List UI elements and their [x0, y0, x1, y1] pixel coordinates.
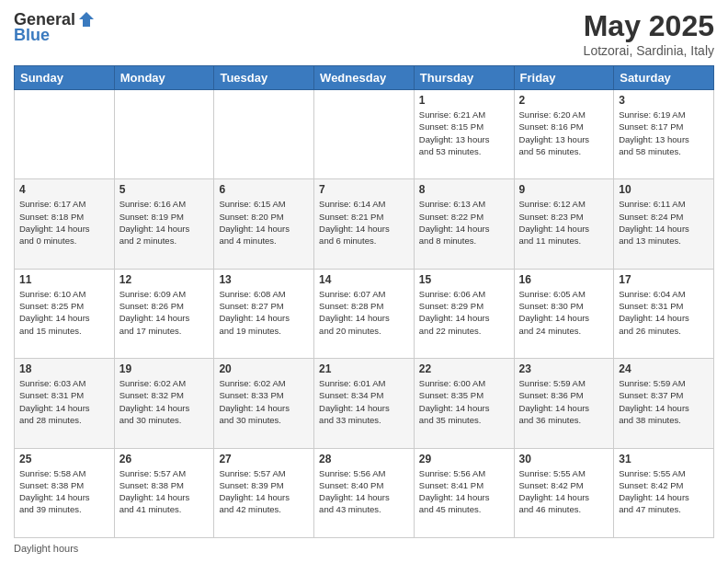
- weekday-header-saturday: Saturday: [614, 66, 714, 90]
- day-number: 3: [619, 94, 709, 107]
- day-info: Sunrise: 5:55 AM Sunset: 8:42 PM Dayligh…: [619, 467, 709, 516]
- day-number: 16: [519, 273, 609, 286]
- day-info: Sunrise: 6:13 AM Sunset: 8:22 PM Dayligh…: [419, 198, 509, 247]
- calendar-cell-1-6: 2Sunrise: 6:20 AM Sunset: 8:16 PM Daylig…: [514, 90, 614, 179]
- calendar-table: SundayMondayTuesdayWednesdayThursdayFrid…: [14, 65, 714, 538]
- day-number: 22: [419, 362, 509, 375]
- calendar-cell-2-1: 4Sunrise: 6:17 AM Sunset: 8:18 PM Daylig…: [15, 179, 115, 269]
- day-number: 12: [119, 273, 210, 286]
- day-info: Sunrise: 6:00 AM Sunset: 8:35 PM Dayligh…: [419, 377, 509, 426]
- footer: Daylight hours: [14, 543, 714, 554]
- calendar-cell-5-4: 28Sunrise: 5:56 AM Sunset: 8:40 PM Dayli…: [314, 448, 415, 537]
- day-info: Sunrise: 6:16 AM Sunset: 8:19 PM Dayligh…: [119, 198, 210, 247]
- day-info: Sunrise: 5:59 AM Sunset: 8:36 PM Dayligh…: [519, 377, 609, 426]
- calendar-cell-1-7: 3Sunrise: 6:19 AM Sunset: 8:17 PM Daylig…: [614, 90, 714, 179]
- day-number: 25: [19, 453, 109, 465]
- calendar-cell-2-7: 10Sunrise: 6:11 AM Sunset: 8:24 PM Dayli…: [614, 179, 714, 269]
- calendar-cell-3-7: 17Sunrise: 6:04 AM Sunset: 8:31 PM Dayli…: [614, 269, 714, 358]
- day-info: Sunrise: 6:06 AM Sunset: 8:29 PM Dayligh…: [419, 288, 509, 337]
- day-number: 24: [619, 362, 709, 375]
- calendar-cell-4-4: 21Sunrise: 6:01 AM Sunset: 8:34 PM Dayli…: [314, 359, 415, 448]
- calendar-cell-4-2: 19Sunrise: 6:02 AM Sunset: 8:32 PM Dayli…: [114, 359, 214, 448]
- day-info: Sunrise: 5:59 AM Sunset: 8:37 PM Dayligh…: [619, 377, 709, 426]
- day-number: 21: [319, 362, 409, 375]
- calendar-cell-5-7: 31Sunrise: 5:55 AM Sunset: 8:42 PM Dayli…: [614, 448, 714, 537]
- day-info: Sunrise: 6:10 AM Sunset: 8:25 PM Dayligh…: [19, 288, 109, 337]
- calendar-cell-1-3: [214, 90, 314, 179]
- day-number: 2: [519, 94, 609, 107]
- day-number: 11: [19, 273, 109, 286]
- weekday-header-monday: Monday: [114, 66, 214, 90]
- day-info: Sunrise: 6:02 AM Sunset: 8:32 PM Dayligh…: [119, 377, 210, 426]
- calendar-cell-3-6: 16Sunrise: 6:05 AM Sunset: 8:30 PM Dayli…: [514, 269, 614, 358]
- calendar-cell-2-3: 6Sunrise: 6:15 AM Sunset: 8:20 PM Daylig…: [214, 179, 314, 269]
- calendar-cell-3-2: 12Sunrise: 6:09 AM Sunset: 8:26 PM Dayli…: [114, 269, 214, 358]
- day-info: Sunrise: 5:57 AM Sunset: 8:39 PM Dayligh…: [219, 467, 309, 516]
- page: General Blue May 2025 Lotzorai, Sardinia…: [0, 0, 728, 563]
- day-number: 10: [619, 183, 709, 196]
- day-number: 20: [219, 362, 309, 375]
- day-number: 26: [119, 453, 210, 465]
- calendar-cell-1-2: [114, 90, 214, 179]
- title-location: Lotzorai, Sardinia, Italy: [584, 43, 714, 58]
- day-number: 15: [419, 273, 509, 286]
- day-info: Sunrise: 6:15 AM Sunset: 8:20 PM Dayligh…: [219, 198, 309, 247]
- day-number: 31: [619, 453, 709, 465]
- day-info: Sunrise: 6:09 AM Sunset: 8:26 PM Dayligh…: [119, 288, 210, 337]
- weekday-header-row: SundayMondayTuesdayWednesdayThursdayFrid…: [15, 66, 714, 90]
- calendar-cell-2-4: 7Sunrise: 6:14 AM Sunset: 8:21 PM Daylig…: [314, 179, 415, 269]
- svg-marker-0: [79, 12, 94, 27]
- week-row-5: 25Sunrise: 5:58 AM Sunset: 8:38 PM Dayli…: [15, 448, 714, 537]
- logo-text-blue: Blue: [14, 26, 50, 45]
- day-info: Sunrise: 6:20 AM Sunset: 8:16 PM Dayligh…: [519, 109, 609, 157]
- week-row-1: 1Sunrise: 6:21 AM Sunset: 8:15 PM Daylig…: [15, 90, 714, 179]
- day-info: Sunrise: 6:04 AM Sunset: 8:31 PM Dayligh…: [619, 288, 709, 337]
- day-number: 14: [319, 273, 409, 286]
- calendar-cell-1-5: 1Sunrise: 6:21 AM Sunset: 8:15 PM Daylig…: [414, 90, 514, 179]
- calendar-cell-4-3: 20Sunrise: 6:02 AM Sunset: 8:33 PM Dayli…: [214, 359, 314, 448]
- logo: General Blue: [14, 9, 97, 45]
- week-row-4: 18Sunrise: 6:03 AM Sunset: 8:31 PM Dayli…: [15, 359, 714, 448]
- day-info: Sunrise: 6:12 AM Sunset: 8:23 PM Dayligh…: [519, 198, 609, 247]
- day-number: 7: [319, 183, 409, 196]
- day-info: Sunrise: 6:01 AM Sunset: 8:34 PM Dayligh…: [319, 377, 409, 426]
- day-number: 19: [119, 362, 210, 375]
- calendar-cell-2-6: 9Sunrise: 6:12 AM Sunset: 8:23 PM Daylig…: [514, 179, 614, 269]
- calendar-cell-5-5: 29Sunrise: 5:56 AM Sunset: 8:41 PM Dayli…: [414, 448, 514, 537]
- calendar-cell-5-2: 26Sunrise: 5:57 AM Sunset: 8:38 PM Dayli…: [114, 448, 214, 537]
- calendar-cell-3-5: 15Sunrise: 6:06 AM Sunset: 8:29 PM Dayli…: [414, 269, 514, 358]
- week-row-3: 11Sunrise: 6:10 AM Sunset: 8:25 PM Dayli…: [15, 269, 714, 358]
- day-number: 23: [519, 362, 609, 375]
- day-info: Sunrise: 5:55 AM Sunset: 8:42 PM Dayligh…: [519, 467, 609, 516]
- day-number: 13: [219, 273, 309, 286]
- day-info: Sunrise: 6:17 AM Sunset: 8:18 PM Dayligh…: [19, 198, 109, 247]
- day-number: 17: [619, 273, 709, 286]
- calendar-cell-5-1: 25Sunrise: 5:58 AM Sunset: 8:38 PM Dayli…: [15, 448, 115, 537]
- title-block: May 2025 Lotzorai, Sardinia, Italy: [584, 9, 714, 58]
- header: General Blue May 2025 Lotzorai, Sardinia…: [14, 9, 714, 58]
- weekday-header-sunday: Sunday: [15, 66, 115, 90]
- calendar-cell-4-6: 23Sunrise: 5:59 AM Sunset: 8:36 PM Dayli…: [514, 359, 614, 448]
- day-number: 18: [19, 362, 109, 375]
- calendar-cell-4-1: 18Sunrise: 6:03 AM Sunset: 8:31 PM Dayli…: [15, 359, 115, 448]
- day-number: 27: [219, 453, 309, 465]
- calendar-cell-3-3: 13Sunrise: 6:08 AM Sunset: 8:27 PM Dayli…: [214, 269, 314, 358]
- weekday-header-thursday: Thursday: [414, 66, 514, 90]
- calendar-cell-1-4: [314, 90, 415, 179]
- title-month: May 2025: [584, 9, 714, 43]
- day-info: Sunrise: 6:08 AM Sunset: 8:27 PM Dayligh…: [219, 288, 309, 337]
- day-number: 1: [419, 94, 509, 107]
- day-number: 28: [319, 453, 409, 465]
- day-info: Sunrise: 6:05 AM Sunset: 8:30 PM Dayligh…: [519, 288, 609, 337]
- day-info: Sunrise: 6:07 AM Sunset: 8:28 PM Dayligh…: [319, 288, 409, 337]
- calendar-cell-4-5: 22Sunrise: 6:00 AM Sunset: 8:35 PM Dayli…: [414, 359, 514, 448]
- day-info: Sunrise: 6:02 AM Sunset: 8:33 PM Dayligh…: [219, 377, 309, 426]
- day-number: 5: [119, 183, 210, 196]
- calendar-cell-1-1: [15, 90, 115, 179]
- day-info: Sunrise: 5:56 AM Sunset: 8:40 PM Dayligh…: [319, 467, 409, 516]
- logo-icon: [76, 9, 97, 29]
- weekday-header-wednesday: Wednesday: [314, 66, 415, 90]
- day-number: 9: [519, 183, 609, 196]
- day-info: Sunrise: 6:19 AM Sunset: 8:17 PM Dayligh…: [619, 109, 709, 157]
- week-row-2: 4Sunrise: 6:17 AM Sunset: 8:18 PM Daylig…: [15, 179, 714, 269]
